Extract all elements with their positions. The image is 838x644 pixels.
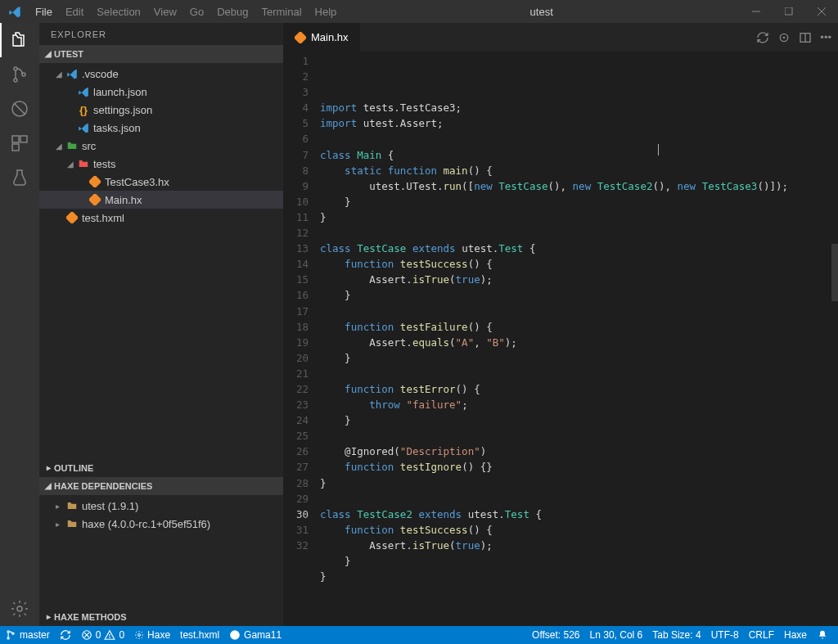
tab-main-hx[interactable]: Main.hx: [283, 23, 361, 52]
svg-line-8: [14, 103, 25, 115]
activity-explorer[interactable]: [0, 23, 39, 57]
tree-label: Main.hx: [105, 194, 142, 206]
folder-src[interactable]: ◢ src: [39, 137, 283, 155]
menu-terminal[interactable]: Terminal: [255, 2, 308, 21]
section-workspace[interactable]: ◢ UTEST: [39, 45, 283, 63]
tree-label: utest (1.9.1): [82, 500, 138, 512]
section-outline[interactable]: ▸ OUTLINE: [39, 459, 283, 477]
menu-edit[interactable]: Edit: [59, 2, 90, 21]
svg-point-12: [17, 606, 22, 611]
file-main-hx[interactable]: Main.hx: [39, 191, 283, 209]
section-haxemethods[interactable]: ▸ HAXE METHODS: [39, 608, 283, 626]
code-area[interactable]: import tests.TestCase3;import utest.Asse…: [320, 52, 831, 626]
folder-icon: [77, 158, 90, 169]
file-tree: ◢ .vscode launch.json {} settings.json t…: [39, 63, 283, 228]
minimize-button[interactable]: [740, 0, 773, 23]
tree-label: tests: [93, 158, 115, 170]
status-user[interactable]: Gama11: [224, 626, 286, 644]
text-cursor: [658, 144, 659, 155]
activity-test[interactable]: [0, 160, 39, 195]
menu-debug[interactable]: Debug: [210, 2, 255, 21]
tree-label: launch.json: [93, 86, 147, 98]
vscode-icon: [77, 86, 90, 97]
haxe-icon: [88, 194, 101, 205]
status-tabsize[interactable]: Tab Size: 4: [647, 626, 705, 644]
file-test-hxml[interactable]: test.hxml: [39, 209, 283, 227]
menu-go[interactable]: Go: [183, 2, 210, 21]
svg-rect-10: [20, 136, 27, 142]
section-haxedeps[interactable]: ◢ HAXE DEPENDENCIES: [39, 477, 283, 495]
tab-bar: Main.hx •••: [283, 23, 838, 52]
haxe-icon: [295, 32, 306, 43]
menu-selection[interactable]: Selection: [90, 2, 146, 21]
status-bell[interactable]: [812, 626, 833, 644]
status-lncol[interactable]: Ln 30, Col 6: [585, 626, 648, 644]
warning-count: 0: [119, 629, 124, 641]
menu-view[interactable]: View: [147, 2, 183, 21]
svg-rect-16: [295, 32, 306, 43]
svg-rect-15: [66, 212, 78, 223]
user-label: Gama11: [244, 629, 282, 641]
menu-file[interactable]: File: [29, 2, 59, 21]
close-button[interactable]: [805, 0, 838, 23]
svg-point-5: [14, 79, 17, 82]
status-branch[interactable]: master: [0, 626, 55, 644]
status-sync[interactable]: [55, 626, 76, 644]
refresh-icon[interactable]: [756, 31, 769, 44]
error-count: 0: [96, 629, 101, 641]
section-outline-label: OUTLINE: [54, 463, 93, 473]
scrollbar[interactable]: [831, 52, 838, 626]
menubar: File Edit Selection View Go Debug Termin…: [29, 2, 343, 21]
split-editor-icon[interactable]: [799, 31, 812, 44]
tree-label: test.hxml: [82, 212, 124, 224]
chevron-down-icon: ◢: [56, 70, 65, 79]
maximize-button[interactable]: [773, 0, 805, 23]
chevron-down-icon: ◢: [67, 160, 77, 169]
folder-tests[interactable]: ◢ tests: [39, 155, 283, 173]
svg-point-18: [784, 37, 785, 38]
svg-point-29: [138, 634, 141, 637]
more-icon[interactable]: •••: [820, 31, 831, 43]
window-title: utest: [343, 6, 740, 18]
status-haxe[interactable]: Haxe: [129, 626, 175, 644]
scroll-thumb[interactable]: [831, 244, 838, 301]
status-encoding[interactable]: UTF-8: [706, 626, 744, 644]
haxe-icon: [88, 176, 101, 187]
status-eol[interactable]: CRLF: [744, 626, 779, 644]
editor-body[interactable]: 1234567891011121314151617181920212223242…: [283, 52, 838, 626]
svg-point-28: [110, 637, 110, 638]
chevron-down-icon: ◢: [43, 49, 54, 58]
tree-label: haxe (4.0.0-rc.1+0f5ef51f6): [82, 518, 210, 530]
status-lang[interactable]: Haxe: [779, 626, 812, 644]
svg-rect-9: [12, 136, 19, 142]
file-launch-json[interactable]: launch.json: [39, 83, 283, 101]
target-icon[interactable]: [777, 31, 791, 44]
activity-debug[interactable]: [0, 92, 39, 126]
folder-icon: [65, 140, 79, 151]
line-gutter: 1234567891011121314151617181920212223242…: [283, 52, 320, 626]
json-icon: {}: [77, 104, 90, 116]
folder-vscode[interactable]: ◢ .vscode: [39, 65, 283, 83]
activity-scm[interactable]: [0, 57, 39, 92]
vscode-icon: [77, 122, 90, 133]
folder-icon: [65, 518, 79, 529]
deps-tree: ▸ utest (1.9.1) ▸ haxe (4.0.0-rc.1+0f5ef…: [39, 495, 283, 534]
file-testcase3[interactable]: TestCase3.hx: [39, 173, 283, 191]
titlebar: File Edit Selection View Go Debug Termin…: [0, 0, 838, 23]
menu-help[interactable]: Help: [309, 2, 344, 21]
dep-haxe[interactable]: ▸ haxe (4.0.0-rc.1+0f5ef51f6): [39, 515, 283, 533]
activity-settings[interactable]: [0, 592, 39, 626]
activity-extensions[interactable]: [0, 126, 39, 160]
branch-label: master: [20, 629, 50, 641]
file-settings-json[interactable]: {} settings.json: [39, 101, 283, 119]
svg-point-22: [7, 637, 9, 639]
status-problems[interactable]: 0 0: [76, 626, 129, 644]
status-offset[interactable]: Offset: 526: [527, 626, 584, 644]
app-logo: [0, 5, 29, 18]
editor-group: Main.hx ••• 1234567891011121314151617181…: [283, 23, 838, 626]
svg-point-4: [14, 67, 17, 70]
folder-icon: [65, 500, 79, 511]
dep-utest[interactable]: ▸ utest (1.9.1): [39, 497, 283, 515]
file-tasks-json[interactable]: tasks.json: [39, 119, 283, 137]
status-hxml[interactable]: test.hxml: [175, 626, 224, 644]
